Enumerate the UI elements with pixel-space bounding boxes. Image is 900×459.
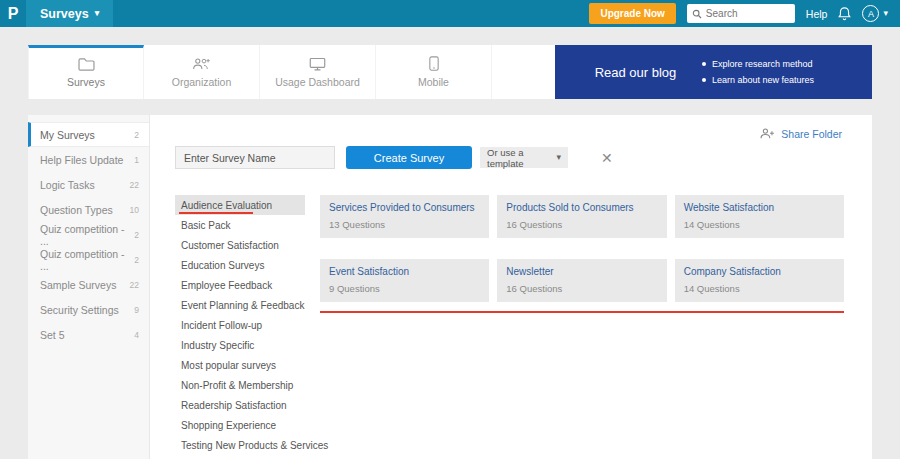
- category-label: Basic Pack: [181, 220, 230, 231]
- template-card-products-sold[interactable]: Products Sold to Consumers 16 Questions: [497, 195, 666, 238]
- template-question-count: 13 Questions: [329, 219, 480, 230]
- template-title: Event Satisfaction: [329, 266, 480, 277]
- sidebar-item-count: 2: [134, 255, 139, 265]
- folders-sidebar: My Surveys 2 Help Files Update 1 Logic T…: [28, 115, 150, 459]
- category-audience-evaluation[interactable]: Audience Evaluation: [175, 195, 305, 215]
- category-testing-new-products-services[interactable]: Testing New Products & Services: [175, 435, 305, 455]
- template-cards-grid: Services Provided to Consumers 13 Questi…: [320, 195, 844, 302]
- template-card-website-satisfaction[interactable]: Website Satisfaction 14 Questions: [675, 195, 844, 238]
- sidebar-item-label: Help Files Update: [40, 154, 123, 166]
- template-card-event-satisfaction[interactable]: Event Satisfaction 9 Questions: [320, 259, 489, 302]
- sidebar-item-label: Sample Surveys: [40, 279, 116, 291]
- template-title: Newsletter: [506, 266, 657, 277]
- blog-bullet: Explore research method: [702, 59, 814, 69]
- template-category-list: Audience Evaluation Basic Pack Customer …: [175, 195, 305, 455]
- sidebar-item-help-files-update[interactable]: Help Files Update 1: [28, 147, 149, 172]
- blog-banner-bullets: Explore research method Learn about new …: [702, 59, 814, 85]
- category-shopping-experience[interactable]: Shopping Experience: [175, 415, 305, 435]
- template-question-count: 14 Questions: [684, 219, 835, 230]
- main-panel: My Surveys 2 Help Files Update 1 Logic T…: [28, 115, 872, 459]
- chevron-down-icon: ▾: [95, 9, 100, 18]
- sidebar-item-label: Logic Tasks: [40, 179, 95, 191]
- sidebar-item-set-5[interactable]: Set 5 4: [28, 322, 149, 347]
- template-card-company-satisfaction[interactable]: Company Satisfaction 14 Questions: [675, 259, 844, 302]
- template-title: Services Provided to Consumers: [329, 202, 480, 213]
- app-menu-surveys[interactable]: Surveys ▾: [26, 0, 113, 27]
- search-box[interactable]: [687, 4, 795, 23]
- create-survey-row: Create Survey Or use a template ▾ ✕: [175, 146, 613, 169]
- create-survey-button[interactable]: Create Survey: [346, 146, 472, 169]
- category-label: Non-Profit & Membership: [181, 380, 293, 391]
- template-title: Website Satisfaction: [684, 202, 835, 213]
- sidebar-item-count: 22: [130, 180, 139, 190]
- use-template-dropdown[interactable]: Or use a template ▾: [480, 147, 568, 168]
- sidebar-item-question-types[interactable]: Question Types 10: [28, 197, 149, 222]
- category-label: Audience Evaluation: [181, 200, 272, 211]
- category-label: Shopping Experience: [181, 420, 276, 431]
- blog-banner[interactable]: Read our blog Explore research method Le…: [555, 45, 872, 99]
- sidebar-item-count: 2: [134, 230, 139, 240]
- help-link[interactable]: Help: [806, 8, 828, 20]
- share-folder-button[interactable]: Share Folder: [759, 127, 842, 140]
- sidebar-item-count: 1: [134, 155, 139, 165]
- template-question-count: 16 Questions: [506, 219, 657, 230]
- category-incident-follow-up[interactable]: Incident Follow-up: [175, 315, 305, 335]
- share-folder-label: Share Folder: [781, 128, 842, 140]
- tab-mobile[interactable]: Mobile: [376, 45, 492, 99]
- category-label: Industry Specific: [181, 340, 254, 351]
- sidebar-item-label: Security Settings: [40, 304, 119, 316]
- category-readership-satisfaction[interactable]: Readership Satisfaction: [175, 395, 305, 415]
- template-cards-area: Services Provided to Consumers 13 Questi…: [320, 195, 844, 455]
- tab-usage-dashboard[interactable]: Usage Dashboard: [260, 45, 376, 99]
- category-customer-satisfaction[interactable]: Customer Satisfaction: [175, 235, 305, 255]
- sidebar-item-logic-tasks[interactable]: Logic Tasks 22: [28, 172, 149, 197]
- sidebar-item-my-surveys[interactable]: My Surveys 2: [28, 122, 149, 147]
- category-most-popular-surveys[interactable]: Most popular surveys: [175, 355, 305, 375]
- category-label: Testing New Products & Services: [181, 440, 328, 451]
- upgrade-now-button[interactable]: Upgrade Now: [589, 3, 675, 24]
- tab-organization[interactable]: Organization: [144, 45, 260, 99]
- tab-label: Surveys: [67, 76, 105, 88]
- template-question-count: 16 Questions: [506, 283, 657, 294]
- tab-surveys[interactable]: Surveys: [28, 45, 144, 99]
- survey-name-input[interactable]: [175, 146, 335, 169]
- sidebar-item-quiz-competition-1[interactable]: Quiz competition - ... 2: [28, 222, 149, 247]
- category-label: Education Surveys: [181, 260, 264, 271]
- category-event-planning-feedback[interactable]: Event Planning & Feedback: [175, 295, 305, 315]
- annotation-line: [320, 311, 844, 313]
- share-person-icon: [759, 127, 775, 140]
- sidebar-item-label: My Surveys: [40, 129, 95, 141]
- category-employee-feedback[interactable]: Employee Feedback: [175, 275, 305, 295]
- avatar: A: [862, 5, 879, 22]
- category-non-profit-membership[interactable]: Non-Profit & Membership: [175, 375, 305, 395]
- tabs-row: Surveys Organization Usage Dashboard Mob…: [28, 45, 872, 99]
- search-input[interactable]: [706, 8, 790, 19]
- tab-label: Mobile: [418, 76, 449, 88]
- sidebar-item-label: Quiz competition - ...: [40, 223, 134, 247]
- category-basic-pack[interactable]: Basic Pack: [175, 215, 305, 235]
- topbar: P Surveys ▾ Upgrade Now Help A ▾: [0, 0, 900, 27]
- app-menu-label: Surveys: [40, 7, 89, 21]
- avatar-menu[interactable]: A ▾: [862, 5, 888, 22]
- template-question-count: 14 Questions: [684, 283, 835, 294]
- template-card-newsletter[interactable]: Newsletter 16 Questions: [497, 259, 666, 302]
- template-picker: Audience Evaluation Basic Pack Customer …: [175, 195, 844, 455]
- sidebar-item-quiz-competition-2[interactable]: Quiz competition - ... 2: [28, 247, 149, 272]
- category-industry-specific[interactable]: Industry Specific: [175, 335, 305, 355]
- page: P Surveys ▾ Upgrade Now Help A ▾: [0, 0, 900, 459]
- bullet-dot-icon: [702, 78, 706, 82]
- blog-bullet: Learn about new features: [702, 75, 814, 85]
- sidebar-item-count: 22: [130, 280, 139, 290]
- sidebar-item-sample-surveys[interactable]: Sample Surveys 22: [28, 272, 149, 297]
- sidebar-item-count: 10: [130, 205, 139, 215]
- tab-label: Organization: [172, 76, 232, 88]
- template-card-services-provided[interactable]: Services Provided to Consumers 13 Questi…: [320, 195, 489, 238]
- sidebar-item-count: 2: [134, 130, 139, 140]
- app-logo[interactable]: P: [0, 5, 26, 23]
- category-education-surveys[interactable]: Education Surveys: [175, 255, 305, 275]
- close-icon[interactable]: ✕: [601, 151, 613, 165]
- bullet-dot-icon: [702, 62, 706, 66]
- sidebar-item-security-settings[interactable]: Security Settings 9: [28, 297, 149, 322]
- notification-bell-icon[interactable]: [838, 6, 851, 21]
- sidebar-item-label: Quiz competition - ...: [40, 248, 134, 272]
